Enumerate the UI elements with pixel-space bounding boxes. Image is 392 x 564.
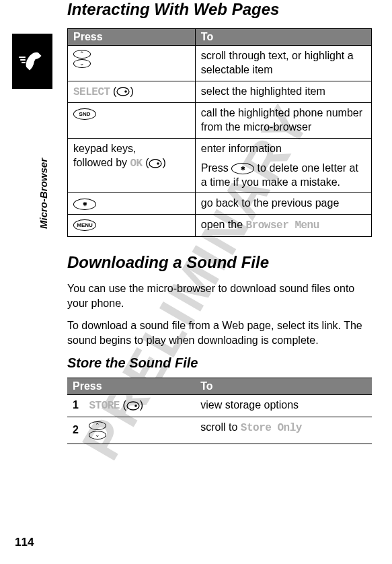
table-row: MENU open the Browser Menu — [68, 215, 372, 237]
phone-handset-icon — [17, 46, 47, 76]
th-to: To — [195, 378, 372, 395]
table-row: 1 STORE () view storage options — [67, 395, 372, 417]
store-table: Press To 1 STORE () view storage options… — [67, 378, 372, 444]
snd-key-icon: SND — [73, 108, 96, 120]
th-to: To — [195, 29, 371, 46]
side-section-label: Micro-Browser — [38, 158, 49, 229]
cell-to: view storage options — [195, 395, 372, 417]
store-label: STORE — [89, 400, 120, 412]
interact-table: Press To ⌃ ⌄ scroll through text, or hig… — [67, 28, 372, 237]
cell-to: scroll through text, or highlight a sele… — [195, 46, 371, 81]
text: keypad keys, — [73, 143, 136, 154]
section-tab — [12, 34, 52, 89]
step-number: 1 — [73, 398, 86, 413]
star-key-icon: ✱ — [73, 199, 96, 210]
svg-point-8 — [134, 404, 137, 407]
select-label: SELECT — [73, 86, 110, 98]
th-press: Press — [67, 378, 195, 395]
menu-key-icon: MENU — [73, 219, 96, 231]
browser-menu-label: Browser Menu — [246, 219, 319, 232]
svg-point-6 — [157, 162, 160, 165]
text: scroll to — [200, 421, 241, 433]
up-down-keys-icon: ⌃ ⌄ — [73, 49, 91, 69]
star-key-icon: ✱ — [231, 163, 254, 174]
right-softkey-icon — [126, 399, 140, 413]
text: ( — [143, 157, 149, 168]
table-row: ✱ go back to the previous page — [68, 193, 372, 215]
th-press: Press — [68, 29, 196, 46]
download-p2: To download a sound file from a Web page… — [67, 318, 372, 347]
text: ) — [162, 157, 165, 168]
svg-point-3 — [117, 87, 129, 96]
svg-point-7 — [127, 402, 139, 410]
paren-close: ) — [130, 85, 133, 97]
text: Press — [201, 162, 231, 174]
text: followed by — [73, 157, 130, 168]
store-only-label: Store Only — [241, 422, 302, 434]
heading-interacting: Interacting With Web Pages — [67, 0, 372, 19]
cell-to: go back to the previous page — [195, 193, 371, 215]
table-row: keypad keys, followed by OK () enter inf… — [68, 138, 372, 192]
paren-open: ( — [110, 85, 117, 97]
table-row: ⌃ ⌄ scroll through text, or highlight a … — [68, 46, 372, 81]
page-number: 114 — [15, 536, 34, 549]
heading-download: Downloading a Sound File — [67, 253, 372, 272]
download-p1: You can use the micro-browser to downloa… — [67, 281, 372, 310]
cell-to: call the highlighted phone number from t… — [195, 103, 371, 139]
table-row: 2 ⌃ ⌄ scroll to Store Only — [67, 417, 372, 444]
text: open the — [201, 219, 246, 230]
sidebar: Micro-Browser — [12, 34, 52, 100]
cell-to: select the highlighted item — [195, 81, 371, 103]
up-down-keys-icon: ⌃ ⌄ — [89, 421, 106, 440]
svg-point-4 — [125, 91, 128, 94]
right-softkey-icon — [116, 85, 130, 98]
heading-store: Store the Sound File — [67, 355, 372, 371]
svg-point-5 — [149, 160, 161, 168]
step-number: 2 — [73, 423, 86, 437]
cell-to-a: enter information — [201, 142, 366, 156]
right-softkey-icon — [149, 157, 162, 170]
ok-label: OK — [130, 157, 143, 170]
table-row: SELECT () select the highlighted item — [68, 81, 372, 103]
table-row: SND call the highlighted phone number fr… — [68, 103, 372, 139]
